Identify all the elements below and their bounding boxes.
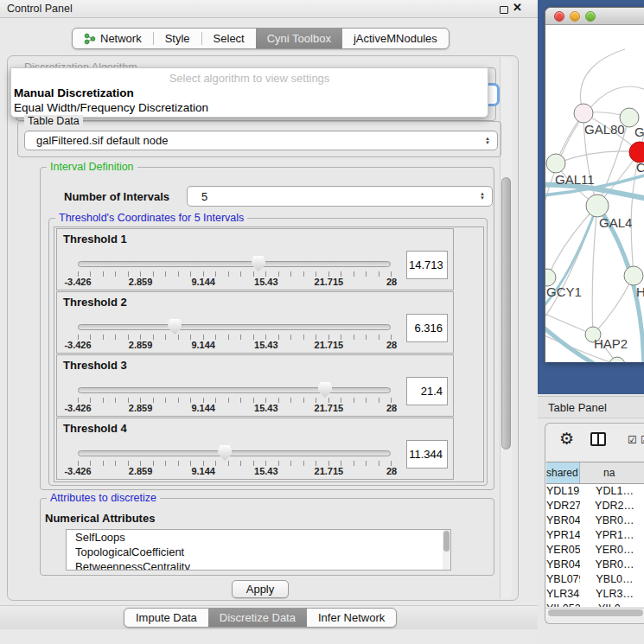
table-cell[interactable]: YBR0… (580, 558, 644, 572)
tab-infer-network[interactable]: Infer Network (307, 609, 396, 627)
scrollbar-thumb[interactable] (548, 609, 643, 616)
table-row[interactable]: YIL052CYIL0… (546, 602, 644, 607)
table-row[interactable]: YLR345WYLR3… (546, 587, 644, 602)
table-cell[interactable]: YER054C (546, 543, 580, 558)
node-right[interactable] (624, 266, 643, 285)
axis-tick-label: -3.426 (64, 340, 91, 350)
tab-label: Impute Data (136, 611, 197, 624)
table-cell[interactable]: YER0… (580, 543, 644, 558)
tab-label: Network (100, 32, 142, 45)
minimize-traffic-light[interactable] (570, 11, 580, 22)
slider-thumb[interactable] (252, 256, 265, 271)
table-data-label: Table Data (24, 115, 83, 127)
network-window-titlebar[interactable] (545, 8, 644, 25)
table-cell[interactable]: YDR27… (546, 499, 580, 513)
checkbox-icon[interactable]: ☑ (628, 434, 637, 446)
tab-cyni-toolbox[interactable]: Cyni Toolbox (256, 29, 342, 48)
float-window-icon[interactable] (500, 6, 508, 14)
bottom-tab-bar: Impute Data Discretize Data Infer Networ… (124, 608, 397, 628)
column-split-icon[interactable] (590, 432, 606, 446)
tab-impute-data[interactable]: Impute Data (124, 609, 208, 627)
attributes-list-scrollbar[interactable] (443, 530, 450, 570)
right-side: GAL80GACGAL11GAL4GCY1HHAP2 Table Panel ⚙… (538, 0, 644, 644)
table-row[interactable]: YPR145WYPR1… (546, 528, 644, 543)
top-tab-bar: Network Style Select Cyni Toolbox jActiv… (72, 28, 450, 49)
node-gal80[interactable] (574, 104, 593, 123)
table-cell[interactable]: YBR045C (546, 558, 580, 572)
attribute-list-item[interactable]: SelfLoops (67, 530, 450, 545)
tab-style[interactable]: Style (154, 29, 201, 48)
slider-thumb[interactable] (168, 319, 182, 335)
threshold-value-field[interactable] (406, 440, 448, 469)
scrollbar-thumb[interactable] (501, 177, 511, 450)
table-cell[interactable]: YIL052C (546, 602, 580, 607)
column-header-shared-name[interactable]: shared… (546, 462, 580, 483)
table-cell[interactable]: YDL19… (546, 484, 580, 499)
slider-track[interactable] (78, 261, 391, 267)
threshold-value-field[interactable] (406, 377, 448, 405)
table-horizontal-scrollbar[interactable] (546, 608, 644, 617)
table-cell[interactable]: YDL1… (580, 484, 644, 499)
numerical-attributes-label: Numerical Attributes (45, 512, 155, 525)
scrollbar-thumb[interactable] (443, 531, 450, 552)
table-cell[interactable]: YPR145W (546, 528, 580, 543)
network-icon (84, 33, 96, 45)
table-panel-toolbar: ⚙ ☑ ☑ (545, 424, 644, 460)
close-icon[interactable]: ✕ (513, 1, 522, 14)
table-row[interactable]: YBR043CYBR0… (546, 513, 644, 528)
dropdown-item-manual[interactable]: Manual Discretization (14, 86, 134, 99)
table-panel: ⚙ ☑ ☑ shared… na YDL19…YDL1…YDR27…YDR2…Y… (545, 423, 644, 624)
column-header-name[interactable]: na (580, 462, 644, 483)
slider-track[interactable] (78, 324, 391, 330)
table-cell[interactable]: YBL0… (580, 572, 644, 587)
table-cell[interactable]: YBL079W (546, 572, 580, 587)
table-data-combobox[interactable]: galFiltered.sif default node ▲▼ (24, 131, 498, 150)
table-cell[interactable]: YPR1… (580, 528, 644, 543)
table-cell[interactable]: YLR3… (580, 587, 644, 602)
table-row[interactable]: YBR045CYBR0… (546, 558, 644, 572)
tab-jactivemnodules[interactable]: jActiveMNodules (342, 29, 449, 48)
checkbox-icon[interactable]: ☑ (641, 434, 644, 446)
gear-icon[interactable]: ⚙ (559, 430, 574, 448)
slider-track[interactable] (78, 387, 391, 393)
thresholds-scrollpane[interactable]: Threshold 1-3.4262.8599.14415.4321.71528… (54, 226, 484, 482)
close-traffic-light[interactable] (554, 11, 564, 22)
tab-network[interactable]: Network (73, 29, 153, 48)
dropdown-item-equal-width[interactable]: Equal Width/Frequency Discretization (14, 101, 208, 114)
number-of-intervals-combobox[interactable]: 5 ▲▼ (187, 186, 493, 207)
table-cell[interactable]: YBR0… (580, 513, 644, 528)
table-row[interactable]: YER054CYER0… (546, 543, 644, 558)
number-of-intervals-value: 5 (188, 190, 476, 203)
attribute-list-item[interactable]: BetweennessCentrality (67, 559, 450, 571)
threshold-row: Threshold 3-3.4262.8599.14415.4321.71528 (56, 354, 454, 417)
table-cell[interactable]: YIL0… (580, 602, 644, 607)
threshold-row: Threshold 4-3.4262.8599.14415.4321.71528 (56, 418, 454, 480)
table-row[interactable]: YDL19…YDL1… (546, 484, 644, 499)
node-gcy1[interactable] (545, 269, 556, 286)
table-cell[interactable]: YLR345W (546, 587, 580, 602)
apply-button[interactable]: Apply (232, 580, 289, 598)
tab-label: Select (214, 32, 245, 45)
node-label: GAL11 (555, 172, 595, 187)
node-gal11[interactable] (546, 154, 565, 173)
panel-title: Control Panel (7, 3, 73, 15)
slider-axis-labels: -3.4262.8599.14415.4321.71528 (78, 340, 392, 351)
table-row[interactable]: YBL079WYBL0… (546, 572, 644, 587)
tab-discretize-data[interactable]: Discretize Data (208, 609, 307, 627)
node-bottom[interactable] (609, 357, 625, 362)
slider-thumb[interactable] (318, 382, 332, 398)
table-cell[interactable]: YBR043C (546, 513, 580, 528)
slider-track[interactable] (78, 450, 391, 456)
threshold-value-field[interactable] (406, 251, 448, 279)
panel-vertical-scrollbar[interactable] (500, 57, 512, 599)
node-gal4[interactable] (586, 194, 609, 217)
zoom-traffic-light[interactable] (585, 11, 596, 22)
numerical-attributes-list[interactable]: SelfLoopsTopologicalCoefficientBetweenne… (66, 529, 451, 571)
threshold-value-field[interactable] (406, 314, 448, 342)
slider-thumb[interactable] (218, 445, 232, 461)
network-canvas[interactable]: GAL80GACGAL11GAL4GCY1HHAP2 (545, 25, 644, 362)
table-cell[interactable]: YDR2… (580, 499, 644, 513)
attribute-list-item[interactable]: TopologicalCoefficient (67, 545, 450, 559)
table-row[interactable]: YDR27…YDR2… (546, 499, 644, 513)
tab-select[interactable]: Select (202, 29, 256, 48)
